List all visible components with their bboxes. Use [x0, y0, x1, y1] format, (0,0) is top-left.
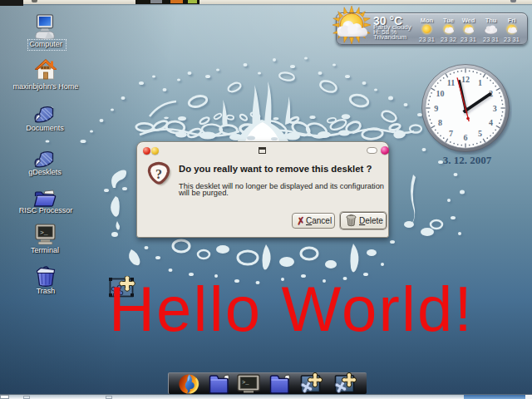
svg-text:6: 6: [464, 133, 468, 142]
svg-text:12: 12: [461, 75, 470, 84]
svg-text:3: 3: [493, 104, 497, 113]
svg-text:5: 5: [478, 129, 482, 138]
svg-text:>_: >_: [242, 379, 249, 386]
svg-text:4: 4: [489, 118, 493, 127]
svg-text:9: 9: [434, 104, 438, 113]
svg-text:7: 7: [449, 129, 453, 138]
svg-text:11: 11: [447, 78, 455, 87]
svg-text:1: 1: [478, 78, 482, 87]
svg-text:?: ?: [155, 167, 162, 181]
svg-text:8: 8: [438, 118, 442, 127]
svg-text:10: 10: [436, 89, 445, 98]
svg-text:>_: >_: [40, 229, 48, 236]
